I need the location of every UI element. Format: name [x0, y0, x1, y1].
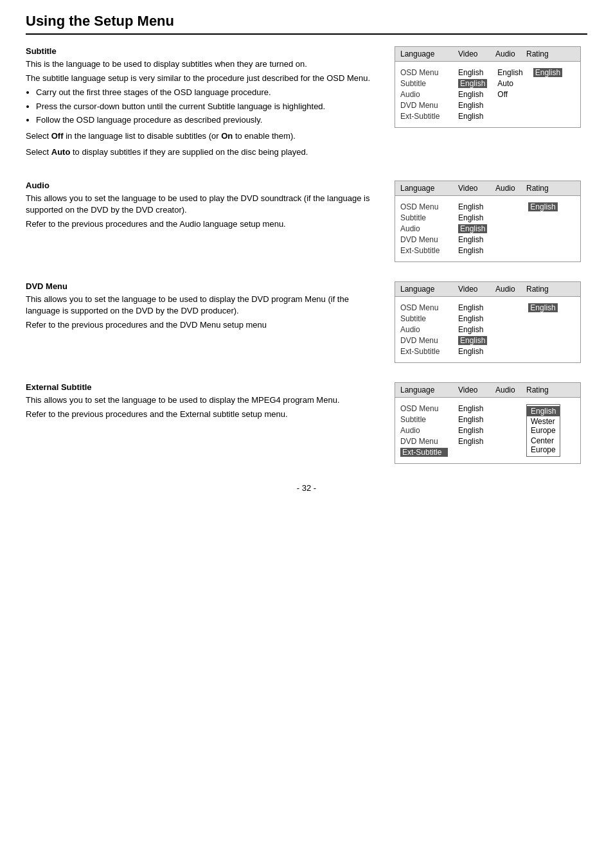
row-osd-label: OSD Menu — [400, 404, 448, 413]
subtitle-video: English — [458, 213, 487, 222]
row-osd-label: OSD Menu — [400, 202, 448, 211]
dvdmenu-table: Language Video Audio Rating OSD Menu Sub… — [395, 281, 581, 363]
subtitle-col-audio: English Auto Off — [492, 67, 528, 122]
subtitle-table: Language Video Audio Rating OSD Menu Sub… — [395, 46, 581, 128]
subtitle-para-2: The subtitle language setup is very simi… — [26, 73, 382, 84]
subtitle-video: English — [458, 79, 487, 88]
audio-video: English — [458, 90, 487, 99]
audio-para-1: This allows you to set the language to b… — [26, 193, 382, 216]
subtitle-col-video: English English English English English — [453, 67, 492, 122]
row-audio-label: Audio — [400, 426, 448, 435]
header-rating: Rating — [521, 47, 556, 61]
subtitle-bullet-2: Press the cursor-down button until the c… — [36, 101, 382, 112]
header-video: Video — [453, 181, 490, 195]
row-extsubtitle-label: Ext-Subtitle — [400, 112, 448, 121]
extsubtitle-heading: External Subtitle — [26, 382, 382, 392]
audio-heading: Audio — [26, 181, 382, 190]
subtitle-para-1: This is the language to be used to displ… — [26, 58, 382, 70]
header-video: Video — [453, 383, 490, 397]
row-subtitle-label: Subtitle — [400, 314, 448, 323]
row-subtitle-label: Subtitle — [400, 213, 448, 222]
dvdmenu-table-body: OSD Menu Subtitle Audio DVD Menu Ext-Sub… — [395, 297, 580, 362]
header-audio: Audio — [490, 47, 521, 61]
subtitle-audio: Auto — [497, 79, 522, 88]
subtitle-bullets: Carry out the first three stages of the … — [36, 87, 382, 126]
page-title: Using the Setup Menu — [26, 13, 587, 35]
page-number: - 32 - — [26, 483, 587, 493]
header-rating: Rating — [521, 282, 556, 296]
dvdmenu-col-labels: OSD Menu Subtitle Audio DVD Menu Ext-Sub… — [395, 302, 453, 357]
audio-table-header: Language Video Audio Rating — [395, 181, 580, 196]
row-subtitle-label: Subtitle — [400, 415, 448, 424]
audio-audio: Off — [497, 90, 522, 99]
subtitle-text: Subtitle This is the language to be used… — [26, 46, 395, 161]
row-audio-label: Audio — [400, 325, 448, 334]
dvdmenu-table-container: Language Video Audio Rating OSD Menu Sub… — [395, 281, 587, 363]
extsubtitle-col-audio — [490, 403, 521, 458]
extsubtitle-video: English — [458, 246, 487, 255]
subtitle-rating: English — [533, 68, 562, 77]
subtitle-video: English — [458, 415, 485, 424]
dvdmenu-col-audio — [492, 302, 523, 357]
dvdmenu-para-2: Refer to the previous procedures and the… — [26, 319, 382, 331]
row-audio-label: Audio — [400, 90, 448, 99]
dvdmenu-col-rating: English — [523, 302, 562, 357]
row-osd-label: OSD Menu — [400, 68, 448, 77]
audio-col-labels: OSD Menu Subtitle Audio DVD Menu Ext-Sub… — [395, 201, 453, 256]
subtitle-bullet-3: Follow the OSD language procedure as des… — [36, 114, 382, 126]
extsubtitle-col-rating: English Wester Europe Center Europe — [521, 403, 565, 458]
extsubtitle-text: External Subtitle This allows you to set… — [26, 382, 395, 423]
dvdmenu-video: English — [458, 235, 487, 244]
row-extsubtitle-label: Ext-Subtitle — [400, 246, 448, 255]
ext-subtitle-dropdown[interactable]: English Wester Europe Center Europe — [526, 404, 560, 457]
extsubtitle-table-body: OSD Menu Subtitle Audio DVD Menu Ext-Sub… — [395, 398, 580, 463]
header-language: Language — [395, 383, 453, 397]
subtitle-note-1: Select Off in the language list to disab… — [26, 130, 382, 143]
dropdown-item-wester[interactable]: Wester Europe — [527, 416, 560, 436]
subtitle-table-body: OSD Menu Subtitle Audio DVD Menu Ext-Sub… — [395, 62, 580, 127]
audio-video: English — [458, 224, 487, 233]
dropdown-item-center[interactable]: Center Europe — [527, 436, 560, 455]
section-audio: Audio This allows you to set the languag… — [26, 181, 587, 262]
audio-video: English — [458, 325, 487, 334]
header-rating: Rating — [521, 181, 556, 195]
dvdmenu-heading: DVD Menu — [26, 281, 382, 291]
header-audio: Audio — [490, 383, 521, 397]
dropdown-item-english[interactable]: English — [527, 406, 560, 416]
extsubtitle-col-video: English English English English — [453, 403, 490, 458]
extsubtitle-video: English — [458, 112, 487, 121]
dvdmenu-para-1: This allows you to set the language to b… — [26, 294, 382, 317]
osd-video: English — [458, 202, 487, 211]
subtitle-col-labels: OSD Menu Subtitle Audio DVD Menu Ext-Sub… — [395, 67, 453, 122]
subtitle-bullet-1: Carry out the first three stages of the … — [36, 87, 382, 98]
osd-video: English — [458, 303, 487, 312]
extsubtitle-table: Language Video Audio Rating OSD Menu Sub… — [395, 382, 581, 464]
section-ext-subtitle: External Subtitle This allows you to set… — [26, 382, 587, 464]
header-rating: Rating — [521, 383, 556, 397]
audio-table: Language Video Audio Rating OSD Menu Sub… — [395, 181, 581, 262]
header-video: Video — [453, 47, 490, 61]
subtitle-heading: Subtitle — [26, 46, 382, 56]
subtitle-table-container: Language Video Audio Rating OSD Menu Sub… — [395, 46, 587, 128]
osd-video: English — [458, 68, 487, 77]
row-dvdmenu-label: DVD Menu — [400, 235, 448, 244]
dvdmenu-video: English — [458, 437, 485, 446]
audio-table-body: OSD Menu Subtitle Audio DVD Menu Ext-Sub… — [395, 196, 580, 261]
extsubtitle-para-2: Refer to the previous procedures and the… — [26, 409, 382, 420]
row-dvdmenu-label: DVD Menu — [400, 101, 448, 110]
extsubtitle-video: English — [458, 347, 487, 356]
extsubtitle-col-labels: OSD Menu Subtitle Audio DVD Menu Ext-Sub… — [395, 403, 453, 458]
section-dvd-menu: DVD Menu This allows you to set the lang… — [26, 281, 587, 363]
header-language: Language — [395, 181, 453, 195]
extsubtitle-table-header: Language Video Audio Rating — [395, 383, 580, 398]
row-dvdmenu-label: DVD Menu — [400, 437, 448, 446]
dvdmenu-video: English — [458, 101, 487, 110]
subtitle-col-rating: English — [528, 67, 567, 122]
dvdmenu-col-video: English English English English English — [453, 302, 492, 357]
row-audio-label: Audio — [400, 224, 448, 233]
subtitle-video: English — [458, 314, 487, 323]
dvdmenu-text: DVD Menu This allows you to set the lang… — [26, 281, 395, 334]
audio-col-rating: English — [523, 201, 562, 256]
extsubtitle-para-1: This allows you to set the language to b… — [26, 394, 382, 406]
row-extsubtitle-label: Ext-Subtitle — [400, 347, 448, 356]
